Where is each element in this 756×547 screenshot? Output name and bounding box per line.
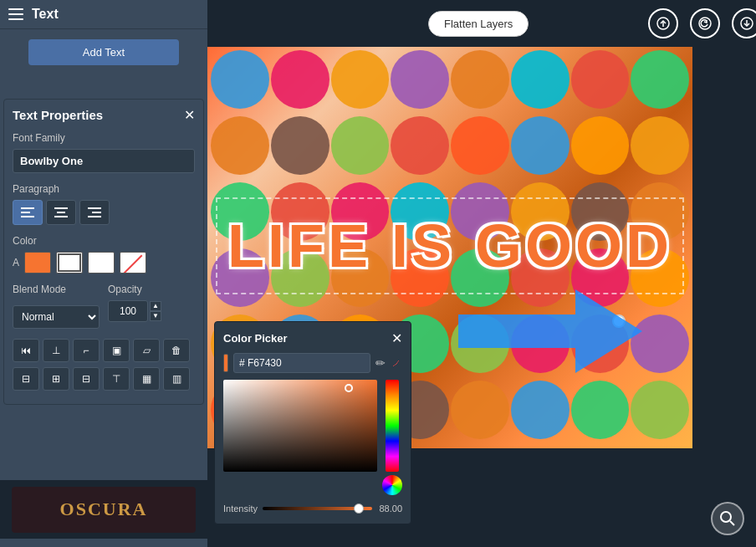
svg-rect-6 (88, 207, 101, 209)
thumbnail-inner: OSCURA (12, 487, 196, 533)
undo-button[interactable] (690, 8, 720, 38)
opacity-input[interactable] (108, 300, 148, 322)
effect-btn-1[interactable]: ⏮ (13, 339, 39, 362)
flatten-layers-button[interactable]: Flatten Layers (428, 11, 529, 37)
text-properties-close-button[interactable]: ✕ (184, 109, 195, 122)
canvas-text-overlay[interactable]: LIFE IS GOOD (216, 197, 684, 294)
cp-title: Color Picker (223, 332, 288, 345)
layout-icon-row: ⊟ ⊞ ⊟ ⊤ ▦ ▥ (13, 367, 195, 391)
opacity-label: Opacity (108, 284, 195, 295)
paragraph-section: Paragraph (13, 183, 195, 225)
effects-icon-row: ⏮ ⊥ ⌐ ▣ ▱ 🗑 (13, 339, 195, 362)
canvas-text: LIFE IS GOOD (227, 212, 672, 279)
opacity-down-button[interactable]: ▼ (150, 311, 161, 321)
color-section: Color A (13, 235, 195, 274)
sidebar-title: Text (32, 7, 59, 22)
cp-intensity-slider[interactable] (263, 502, 372, 515)
opacity-arrows: ▲ ▼ (150, 301, 161, 321)
svg-rect-4 (57, 212, 65, 213)
opacity-up-button[interactable]: ▲ (150, 301, 161, 311)
effect-btn-5[interactable]: ▱ (133, 339, 160, 362)
paragraph-label: Paragraph (13, 183, 195, 195)
cp-hex-row: # F67430 ✏ ⟋ (223, 353, 402, 373)
panel-title: Text Properties (13, 108, 103, 122)
magnifier-button[interactable] (711, 502, 744, 535)
color-swatch-stroke[interactable] (56, 252, 83, 274)
cp-intensity-thumb[interactable] (354, 504, 364, 514)
text-properties-panel: Text Properties ✕ Font Family Bowlby One… (3, 99, 204, 405)
cp-eyedropper-button[interactable]: ✏ (375, 356, 386, 370)
layout-btn-3[interactable]: ⊟ (73, 367, 100, 391)
add-text-button[interactable]: Add Text (28, 39, 179, 65)
thumbnail-text: OSCURA (60, 498, 148, 520)
cp-cursor (345, 384, 353, 392)
effect-btn-3[interactable]: ⌐ (73, 339, 100, 362)
layout-btn-6[interactable]: ▥ (163, 367, 190, 391)
cp-hex-input[interactable]: # F67430 (233, 353, 370, 373)
layout-btn-4[interactable]: ⊤ (103, 367, 130, 391)
cp-hue-bar[interactable] (386, 380, 399, 472)
opacity-input-row: ▲ ▼ (108, 300, 195, 322)
svg-rect-7 (92, 212, 101, 213)
panel-header: Text Properties ✕ (13, 108, 195, 122)
blue-arrow (458, 281, 642, 381)
color-swatch-white[interactable] (88, 252, 115, 274)
sidebar-thumbnail: OSCURA (0, 480, 207, 539)
svg-point-23 (721, 512, 731, 522)
effect-btn-6[interactable]: 🗑 (163, 339, 190, 362)
download-button[interactable] (732, 8, 756, 38)
layout-btn-1[interactable]: ⊟ (13, 367, 39, 391)
toolbar-icons (648, 8, 756, 38)
layout-btn-2[interactable]: ⊞ (43, 367, 69, 391)
cp-header: Color Picker ✕ (223, 330, 402, 346)
blend-section: Blend Mode Normal Multiply Screen Overla… (13, 284, 100, 329)
effect-btn-4[interactable]: ▣ (103, 339, 130, 362)
svg-rect-5 (54, 216, 68, 217)
color-swatch-fill[interactable] (24, 252, 51, 274)
svg-rect-8 (88, 216, 101, 217)
blend-mode-select[interactable]: Normal Multiply Screen Overlay (13, 305, 100, 329)
svg-marker-22 (458, 289, 642, 373)
sidebar: Text Add Text Text Properties ✕ Font Fam… (0, 0, 207, 547)
svg-rect-3 (54, 207, 68, 209)
align-center-button[interactable] (46, 200, 76, 225)
align-buttons (13, 200, 195, 225)
font-family-select[interactable]: Bowlby One Arial Impact (13, 149, 195, 173)
color-swatch-none[interactable] (120, 252, 146, 274)
align-left-button[interactable] (13, 200, 43, 225)
cp-color-wheel-button[interactable] (382, 475, 402, 495)
svg-rect-1 (21, 212, 30, 213)
opacity-section: Opacity ▲ ▼ (108, 284, 195, 329)
align-right-button[interactable] (79, 200, 110, 225)
upload-button[interactable] (648, 8, 678, 38)
svg-rect-0 (21, 207, 34, 209)
cp-intensity-value: 88.00 (377, 504, 402, 514)
cp-color-swatch[interactable] (223, 354, 228, 372)
layout-btn-5[interactable]: ▦ (133, 367, 160, 391)
magnifier-icon (719, 510, 736, 527)
svg-line-24 (730, 521, 734, 525)
toolbar: Flatten Layers (415, 0, 756, 47)
cp-gradient-canvas[interactable] (223, 380, 377, 472)
color-row: A (13, 252, 195, 274)
cp-slash-button[interactable]: ⟋ (391, 356, 402, 370)
blend-mode-label: Blend Mode (13, 284, 100, 295)
color-a-label: A (13, 257, 19, 268)
cp-close-button[interactable]: ✕ (391, 330, 402, 346)
cp-intensity-label: Intensity (223, 504, 258, 514)
blend-opacity-row: Blend Mode Normal Multiply Screen Overla… (13, 284, 195, 329)
svg-rect-2 (21, 216, 34, 217)
cp-right-col (382, 380, 402, 495)
color-picker-panel: Color Picker ✕ # F67430 ✏ ⟋ Intensity 88… (214, 321, 411, 524)
color-label: Color (13, 235, 195, 247)
svg-rect-9 (59, 254, 80, 271)
effect-btn-2[interactable]: ⊥ (43, 339, 69, 362)
font-family-row: Bowlby One Arial Impact (13, 149, 195, 173)
cp-intensity-row: Intensity 88.00 (223, 502, 402, 515)
sidebar-header: Text (0, 0, 207, 29)
cp-main-area (223, 380, 402, 495)
font-family-label: Font Family (13, 132, 195, 144)
hamburger-icon[interactable] (8, 8, 23, 20)
